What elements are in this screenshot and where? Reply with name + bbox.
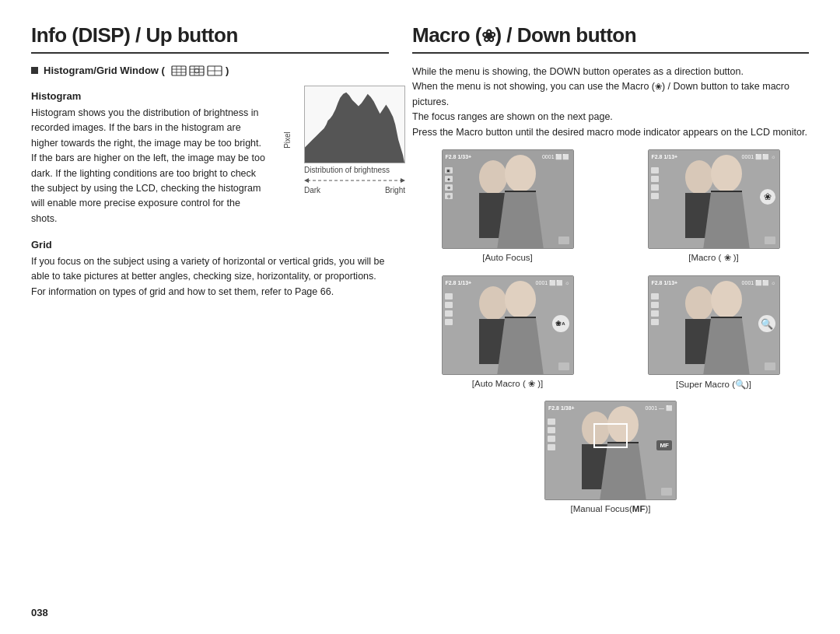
right-section-title: Macro (❀) / Down button xyxy=(412,23,809,54)
right-column: Macro (❀) / Down button While the menu i… xyxy=(412,23,809,618)
screen-caption-manual-focus: [Manual Focus(MF)] xyxy=(571,504,651,513)
screen-info-right: 0001 ⬜⬜ xyxy=(542,154,570,160)
auto-macro-f-value: F2.8 1/13+ xyxy=(446,280,472,285)
brightness-arrow xyxy=(304,177,405,184)
am-icon1 xyxy=(445,293,453,299)
histogram-box xyxy=(304,86,405,163)
grid-icon-1 xyxy=(171,65,187,76)
screen-left-icons: ▣ ◈ ⊕ ◎ xyxy=(445,167,453,199)
mf-mode-indicator: MF xyxy=(656,440,672,450)
am-bottom-right xyxy=(558,363,569,370)
screen-caption-macro: [Macro ( ❀ )] xyxy=(688,253,739,263)
sm-icon2 xyxy=(651,302,659,308)
svg-point-26 xyxy=(685,160,713,194)
icon3: ⊕ xyxy=(445,184,453,191)
histogram-text: Histogram Histogram shows you the distri… xyxy=(31,82,265,226)
square-bullet-icon xyxy=(31,67,38,74)
icon1: ▣ xyxy=(445,167,453,173)
mf-bottom-icon xyxy=(661,488,672,496)
mf-focus-box xyxy=(593,423,628,448)
screen-topbar-macro: F2.8 1/13+ 0001 ⬜⬜ ☼ xyxy=(652,152,776,162)
histogram-label: Histogram xyxy=(31,90,265,102)
grid-body: If you focus on the subject using a vari… xyxy=(31,254,389,299)
svg-point-32 xyxy=(479,286,507,321)
camera-screen-auto-focus: F2.8 1/33+ 0001 ⬜⬜ ▣ ◈ ⊕ ◎ xyxy=(442,149,574,249)
intro-line-2: When the menu is not showing, you can us… xyxy=(412,79,809,110)
mf-icon2 xyxy=(548,427,555,433)
screen-f-value: F2.8 1/33+ xyxy=(446,154,472,159)
screen-item-auto-macro: F2.8 1/13+ 0001 ⬜⬜ ☼ ❀A [Auto xyxy=(412,275,603,390)
left-section-title: Info (DISP) / Up button xyxy=(31,23,389,54)
page: Info (DISP) / Up button Histogram/Grid W… xyxy=(0,0,840,634)
mf-bottom-right xyxy=(661,488,672,496)
screen-item-macro: F2.8 1/13+ 0001 ⬜⬜ ☼ ❀ [Macro xyxy=(618,149,809,263)
screen-caption-super-macro: [Super Macro (🔍)] xyxy=(676,379,751,390)
bottom-right-icon xyxy=(558,236,569,244)
screen-item-manual-focus: F2.8 1/38+ 0001 — ⬜ MF xyxy=(544,401,677,513)
mf-f-value: F2.8 1/38+ xyxy=(548,405,575,411)
m-icon4 xyxy=(651,193,659,199)
dark-label: Dark xyxy=(304,186,320,194)
auto-macro-mode-indicator: ❀A xyxy=(552,315,569,332)
macro-mode-indicator: ❀ xyxy=(760,189,775,205)
svg-marker-17 xyxy=(401,178,405,183)
grid-icon-2 xyxy=(189,65,205,76)
screen-topbar-auto-macro: F2.8 1/13+ 0001 ⬜⬜ ☼ xyxy=(446,278,570,288)
am-icon3 xyxy=(445,310,453,317)
camera-screen-macro: F2.8 1/13+ 0001 ⬜⬜ ☼ ❀ xyxy=(648,149,780,249)
macro-info-right: 0001 ⬜⬜ ☼ xyxy=(742,154,776,160)
intro-block: While the menu is showing, the DOWN butt… xyxy=(412,65,809,140)
screen-caption-auto-focus: [Auto Focus] xyxy=(482,253,533,262)
histogram-diagram: Pixel Distribution of brightness xyxy=(276,86,389,226)
svg-marker-36 xyxy=(497,318,544,375)
auto-macro-info-right: 0001 ⬜⬜ ☼ xyxy=(536,280,570,286)
svg-marker-30 xyxy=(703,192,750,249)
histogram-grid-heading: Histogram/Grid Window ( xyxy=(31,65,389,76)
mf-info-right: 0001 — ⬜ xyxy=(646,405,673,412)
histogram-svg xyxy=(305,86,404,163)
grid-label: Grid xyxy=(31,239,389,250)
intro-line-1: While the menu is showing, the DOWN butt… xyxy=(412,65,809,79)
super-macro-mode-indicator: 🔍 xyxy=(758,315,775,332)
mf-icon3 xyxy=(548,436,555,442)
icon4: ◎ xyxy=(445,193,453,199)
m-icon3 xyxy=(651,184,659,191)
svg-point-38 xyxy=(685,286,713,321)
camera-screen-manual-focus: F2.8 1/38+ 0001 — ⬜ MF xyxy=(544,401,677,500)
histogram-section: Histogram Histogram shows you the distri… xyxy=(31,82,389,226)
svg-marker-24 xyxy=(497,192,544,249)
bright-label: Bright xyxy=(385,186,405,194)
grid-icon-3 xyxy=(207,65,222,76)
screen-item-auto-focus: F2.8 1/33+ 0001 ⬜⬜ ▣ ◈ ⊕ ◎ [Auto xyxy=(412,149,603,263)
grid-section: Grid If you focus on the subject using a… xyxy=(31,239,389,299)
super-macro-f-value: F2.8 1/13+ xyxy=(652,280,678,285)
super-macro-info-right: 0001 ⬜⬜ ☼ xyxy=(742,280,776,286)
mf-icon1 xyxy=(548,419,555,425)
screen-bottom-icon xyxy=(558,236,569,244)
svg-rect-5 xyxy=(190,66,204,75)
manual-focus-row: F2.8 1/38+ 0001 — ⬜ MF xyxy=(412,401,809,513)
camera-screen-super-macro: F2.8 1/13+ 0001 ⬜⬜ ☼ 🔍 xyxy=(648,275,780,375)
svg-marker-16 xyxy=(304,178,309,183)
svg-marker-42 xyxy=(703,318,750,375)
super-macro-left-icons xyxy=(651,293,659,325)
dark-bright-row: Dark Bright xyxy=(304,186,405,194)
intro-line-3: The focus ranges are shown on the next p… xyxy=(412,110,809,124)
left-column: Info (DISP) / Up button Histogram/Grid W… xyxy=(31,23,389,618)
histogram-body: Histogram shows you the distribution of … xyxy=(31,106,265,226)
sm-icon3 xyxy=(651,310,659,317)
manual-focus-left-icons xyxy=(548,419,555,450)
sm-icon4 xyxy=(651,319,659,325)
am-icon2 xyxy=(445,302,453,308)
macro-f-value: F2.8 1/13+ xyxy=(652,154,678,159)
super-macro-bottom-icon xyxy=(765,363,775,370)
camera-screen-auto-macro: F2.8 1/13+ 0001 ⬜⬜ ☼ ❀A xyxy=(442,275,574,375)
m-icon2 xyxy=(651,176,659,182)
screen-topbar: F2.8 1/33+ 0001 ⬜⬜ xyxy=(446,152,570,162)
macro-flower-icon: ❀ xyxy=(481,26,495,46)
auto-macro-left-icons xyxy=(445,293,453,325)
manual-focus-people-svg xyxy=(545,401,677,500)
auto-macro-bottom-icon xyxy=(558,363,569,370)
svg-point-20 xyxy=(479,160,507,194)
macro-bottom-icon xyxy=(765,236,775,244)
